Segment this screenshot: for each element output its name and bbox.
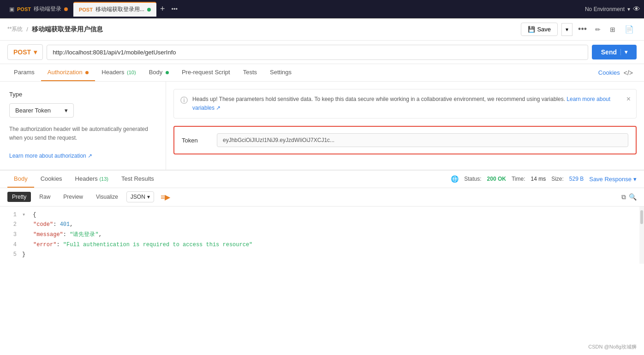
tab-headers[interactable]: Headers (10) (95, 64, 142, 81)
tab-tests[interactable]: Tests (237, 64, 263, 81)
tab-authorization[interactable]: Authorization (41, 64, 95, 81)
resp-headers-badge: (13) (99, 176, 108, 182)
save-label: Save (537, 26, 551, 33)
resp-size-label: Size: (551, 176, 564, 182)
send-dropdown-icon[interactable]: ▾ (620, 49, 627, 55)
copy-response-button[interactable]: ⧉ (621, 193, 626, 201)
breadcrumb-current: 移动端获取登录用户信息 (32, 25, 103, 34)
tab-pre-request[interactable]: Pre-request Script (175, 64, 237, 81)
breadcrumb-separator: / (26, 26, 28, 33)
breadcrumb-actions: 💾 Save ▾ ••• ✏ ⊞ 📄 (521, 23, 637, 36)
alert-text: Heads up! These parameters hold sensitiv… (192, 95, 630, 112)
json-line-3: 3 "message": "请先登录", (7, 230, 637, 240)
url-bar: POST ▾ Send ▾ (0, 41, 644, 64)
request-tabs: Params Authorization Headers (10) Body P… (0, 64, 644, 82)
resp-tab-body[interactable]: Body (7, 171, 34, 188)
response-time: 14 ms (531, 176, 546, 182)
doc-icon-button[interactable]: 📄 (622, 25, 637, 34)
more-options-button[interactable]: ••• (576, 24, 589, 34)
send-button[interactable]: Send ▾ (592, 45, 637, 59)
main-container: **系统 / 移动端获取登录用户信息 💾 Save ▾ ••• ✏ ⊞ 📄 PO… (0, 18, 644, 355)
tab-settings[interactable]: Settings (263, 64, 298, 81)
scroll-thumb (640, 210, 643, 224)
format-bar: Pretty Raw Preview Visualize JSON ▾ ≡▶ ⧉… (0, 188, 644, 207)
eye-icon[interactable]: 👁 (633, 5, 640, 13)
fmt-preview[interactable]: Preview (59, 192, 88, 202)
json-viewer: 1 ▾ { 2 "code": 401, 3 "message": "请先登录"… (0, 207, 644, 264)
breadcrumb-system: **系统 (7, 25, 23, 33)
token-row: Token (173, 126, 637, 154)
request-body-area: Type Bearer Token ▾ The authorization he… (0, 82, 644, 170)
resp-time-label: Time: (512, 176, 525, 182)
alert-close-button[interactable]: × (626, 95, 631, 103)
tab-name-1: 移动端登录 (34, 5, 61, 13)
env-selector[interactable]: No Environment ▾ 👁 (585, 5, 640, 13)
env-label: No Environment (585, 6, 625, 12)
new-tab-button[interactable]: + (156, 4, 169, 14)
type-label: Type (9, 91, 156, 98)
save-dropdown-button[interactable]: ▾ (561, 23, 572, 36)
token-label: Token (182, 137, 209, 144)
alert-icon: ⓘ (180, 96, 188, 106)
save-resp-chevron-icon: ▾ (633, 176, 637, 183)
send-label: Send (601, 48, 617, 56)
resp-tab-headers[interactable]: Headers (13) (69, 171, 115, 188)
auth-right-panel: ⓘ Heads up! These parameters hold sensit… (166, 82, 644, 170)
tab-icon-1: ▣ (9, 6, 14, 12)
env-chevron-icon: ▾ (627, 6, 630, 12)
tab-name-2: 移动端获取登录用... (95, 6, 144, 13)
response-size: 529 B (569, 176, 584, 182)
json-line-4: 4 "error": "Full authentication is requi… (7, 240, 637, 250)
body-dot (166, 71, 169, 74)
format-chevron-icon: ▾ (147, 194, 150, 200)
edit-icon-button[interactable]: ✏ (592, 26, 603, 33)
save-response-button[interactable]: Save Response ▾ (589, 176, 637, 183)
format-type-selector[interactable]: JSON ▾ (126, 191, 154, 202)
tab-dot-1 (64, 7, 68, 11)
wrap-lines-button[interactable]: ≡▶ (158, 191, 173, 203)
resp-tab-test-results[interactable]: Test Results (115, 171, 161, 188)
fmt-raw[interactable]: Raw (35, 192, 55, 202)
save-button[interactable]: 💾 Save (521, 23, 558, 36)
resp-tab-cookies[interactable]: Cookies (34, 171, 69, 188)
response-action-icons: ⧉ 🔍 (621, 193, 637, 201)
grid-icon-button[interactable]: ⊞ (607, 26, 618, 33)
type-chevron-icon: ▾ (65, 107, 68, 114)
type-value: Bearer Token (15, 107, 51, 114)
collapse-icon-1[interactable]: ▾ (22, 210, 25, 220)
tab-more-button[interactable]: ••• (168, 6, 180, 12)
headers-badge: (10) (127, 70, 136, 75)
auth-description: The authorization header will be automat… (9, 125, 156, 160)
tab-dot-2 (147, 8, 151, 12)
watermark: CSDN @No8g玫城狮 (588, 343, 637, 350)
auth-type-panel: Type Bearer Token ▾ The authorization he… (0, 82, 166, 170)
cookies-link[interactable]: Cookies (598, 65, 620, 81)
method-chevron-icon: ▾ (34, 48, 37, 56)
method-label: POST (13, 48, 31, 56)
tab-item-2[interactable]: POST 移动端获取登录用... (73, 2, 156, 17)
json-line-1: 1 ▾ { (7, 210, 637, 220)
save-icon: 💾 (528, 26, 535, 33)
tab-item-1[interactable]: ▣ POST 移动端登录 (4, 2, 73, 17)
tab-params[interactable]: Params (7, 64, 41, 81)
authorization-dot (85, 71, 89, 74)
search-response-button[interactable]: 🔍 (629, 193, 637, 201)
resp-status-label: Status: (464, 176, 481, 182)
scrollbar[interactable] (639, 207, 644, 264)
auth-learn-link[interactable]: Learn more about authorization ↗ (9, 153, 92, 159)
tab-bar: ▣ POST 移动端登录 POST 移动端获取登录用... + ••• No E… (0, 0, 644, 18)
tab-body[interactable]: Body (143, 64, 175, 81)
response-status: 200 OK (487, 176, 506, 182)
fmt-pretty[interactable]: Pretty (7, 192, 31, 202)
response-tabs-bar: Body Cookies Headers (13) Test Results 🌐… (0, 171, 644, 188)
method-selector[interactable]: POST ▾ (7, 44, 43, 60)
json-line-5: 5 } (7, 250, 637, 260)
alert-banner: ⓘ Heads up! These parameters hold sensit… (173, 89, 637, 118)
token-input[interactable] (217, 133, 628, 147)
xml-toggle-icon[interactable]: </> (620, 65, 637, 81)
response-section: Body Cookies Headers (13) Test Results 🌐… (0, 170, 644, 264)
fmt-visualize[interactable]: Visualize (91, 192, 123, 202)
tab-method-1: POST (17, 6, 31, 12)
url-input[interactable] (47, 45, 588, 60)
type-select[interactable]: Bearer Token ▾ (9, 103, 74, 118)
